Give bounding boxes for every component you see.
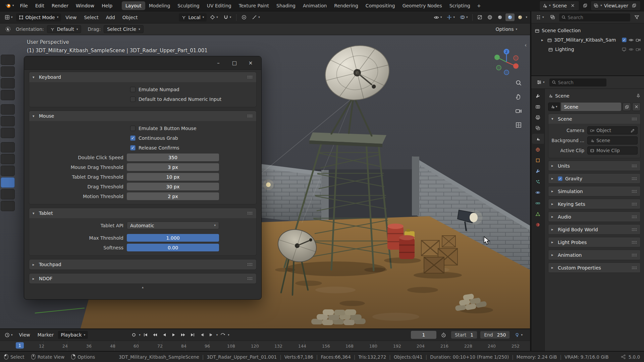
outliner-filter-button[interactable] [632,13,641,21]
shading-material-button[interactable] [505,13,515,21]
advanced-numeric-checkbox[interactable] [130,97,136,102]
tab-world[interactable] [532,144,544,155]
shading-solid-button[interactable] [495,13,504,21]
drag-grip-icon[interactable] [632,253,637,257]
xray-toggle-button[interactable] [475,13,484,21]
camera-visibility-icon[interactable] [636,47,641,52]
current-frame-field[interactable]: 1 [411,331,436,339]
toolbar-tool-button[interactable] [1,104,15,115]
tab-scene[interactable] [532,134,544,144]
tab-render[interactable] [532,102,544,112]
blender-menu-button[interactable]: ▾ [3,1,16,10]
workspace-tab-texture-paint[interactable]: Texture Paint [235,1,273,10]
sidebar-collapse-arrow[interactable]: ‹ [525,42,527,48]
tab-view-layer[interactable] [532,123,544,133]
play-reverse-button[interactable] [160,331,169,339]
outliner-row-lighting[interactable]: Lighting [533,45,642,54]
shading-options-chevron-icon[interactable]: ▾ [526,16,527,19]
active-tool-button[interactable] [3,25,13,33]
menu-render[interactable]: Render [48,2,72,10]
double-click-speed-field[interactable]: 350 [127,154,219,161]
release-confirms-checkbox[interactable] [130,145,136,150]
drag-grip-icon[interactable] [632,215,637,219]
tab-constraints[interactable] [532,198,544,208]
browse-scene-button[interactable]: ▾ [548,103,560,111]
outliner-row-scene-collection[interactable]: Scene Collection [533,26,642,35]
camera-object-field[interactable]: Object [587,126,638,134]
new-scene-button[interactable] [581,2,589,9]
eyedropper-icon[interactable] [631,128,635,133]
drag-threshold-field[interactable]: 30 px [127,183,219,190]
visibility-dropdown[interactable]: ▾ [432,13,444,21]
unlink-scene-button[interactable] [569,2,576,9]
units-panel-header[interactable]: ▸ Units [548,161,640,171]
outliner-search[interactable] [559,13,630,21]
menu-edit[interactable]: Edit [32,2,48,10]
jump-to-end-button[interactable] [188,331,197,339]
options-dropdown[interactable]: Options ▾ [495,26,517,32]
new-viewlayer-button[interactable] [630,2,638,9]
motion-threshold-field[interactable]: 2 px [127,192,219,200]
emulate-numpad-checkbox[interactable] [130,87,136,92]
playhead[interactable]: 1 [16,342,24,349]
toolbar-tool-button[interactable] [1,154,15,164]
drag-grip-icon[interactable] [247,114,253,118]
drag-value-dropdown[interactable]: Select Circle ▾ [104,25,143,33]
end-frame-field[interactable]: End 250 [480,331,510,339]
toolbar-tool-button[interactable] [1,201,15,211]
viewlayer-selector[interactable]: ▾ ViewLayer [591,1,641,11]
menu-window[interactable]: Window [72,2,98,10]
outliner-row-kitbash[interactable]: ▸ 3DT_Military_Kitbash_Sam [533,35,642,45]
keying-sets-panel-header[interactable]: ▸ Keying Sets [548,199,640,209]
gravity-panel-header[interactable]: ▸ Gravity [548,174,640,183]
workspace-tab-scripting[interactable]: Scripting [446,1,474,10]
tab-data[interactable] [532,209,544,219]
toolbar-tool-button[interactable] [1,142,15,153]
workspace-tab-sculpting[interactable]: Sculpting [174,1,203,10]
workspace-tab-geometry-nodes[interactable]: Geometry Nodes [399,1,446,10]
playback-sync-button[interactable] [218,331,227,339]
timeline-menu-marker[interactable]: Marker [35,331,57,339]
keying-set-button[interactable]: ▾ [513,331,525,339]
tablet-api-dropdown[interactable]: Automatic ▾ [127,222,219,229]
tab-particles[interactable] [532,177,544,187]
simulation-panel-header[interactable]: ▸ Simulation [548,186,640,196]
light-probes-panel-header[interactable]: ▸ Light Probes [548,237,640,247]
drag-grip-icon[interactable] [632,164,637,168]
workspace-tab-animation[interactable]: Animation [299,1,330,10]
rigid-body-world-panel-header[interactable]: ▸ Rigid Body World [548,225,640,234]
menu-add[interactable]: Add [103,13,118,21]
chevron-down-icon[interactable]: ▾ [139,334,141,337]
navigation-gizmo[interactable]: Z [491,47,522,77]
proportional-falloff-button[interactable]: ▾ [250,13,262,21]
toolbar-tool-button[interactable] [1,55,15,65]
toolbar-tool-button[interactable] [1,78,15,88]
gizmos-dropdown[interactable]: ▾ [445,13,457,21]
drag-grip-icon[interactable] [247,263,253,266]
touchpad-section-header[interactable]: ▸ Touchpad [29,259,256,269]
toolbar-tool-button[interactable] [1,128,15,138]
properties-search-input[interactable] [558,80,604,85]
active-clip-field[interactable]: Movie Clip [587,146,638,155]
drag-grip-icon[interactable] [247,277,253,280]
menu-view[interactable]: View [62,13,79,21]
orientation-value-dropdown[interactable]: Default ▾ [47,25,82,33]
shading-wireframe-button[interactable] [485,13,494,21]
tab-object[interactable] [532,155,544,165]
expand-arrow-icon[interactable]: ▸ [541,38,545,42]
eye-icon[interactable] [629,47,634,52]
tab-material[interactable] [532,220,544,230]
mode-dropdown[interactable]: Object Mode ▾ [16,13,61,21]
add-workspace-button[interactable]: + [474,2,484,10]
ndof-section-header[interactable]: ▸ NDOF [29,274,256,284]
close-button[interactable]: × [243,58,259,68]
outliner-search-input[interactable] [568,15,628,20]
scene-panel-header[interactable]: ▾ Scene [548,114,640,124]
maximize-button[interactable]: □ [226,58,243,68]
start-frame-field[interactable]: Start 1 [451,331,477,339]
outliner-display-mode-button[interactable]: ▾ [534,13,546,21]
timeline-menu-view[interactable]: View [16,331,33,339]
menu-file[interactable]: File [17,2,31,10]
auto-key-record-button[interactable] [129,331,138,339]
minimize-button[interactable]: – [210,58,226,68]
